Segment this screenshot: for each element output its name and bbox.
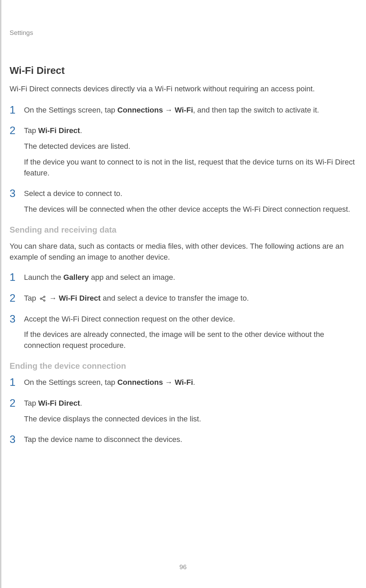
text-run: Launch the	[24, 273, 63, 282]
step-number: 1	[10, 272, 24, 283]
svg-point-0	[40, 298, 41, 299]
step-item: 1On the Settings screen, tap Connections…	[10, 377, 363, 388]
step-item: 2Tap Wi-Fi Direct.The detected devices a…	[10, 125, 363, 179]
step-item: 1Launch the Gallery app and select an im…	[10, 272, 363, 283]
step-body: Launch the Gallery app and select an ima…	[24, 272, 363, 283]
text-run: On the Settings screen, tap	[24, 106, 117, 114]
step-body: Tap Wi-Fi Direct.The device displays the…	[24, 398, 363, 424]
step-main-line: Tap Wi-Fi Direct.	[24, 398, 363, 409]
step-extra-line: The device displays the connected device…	[24, 414, 363, 424]
step-body: On the Settings screen, tap Connections …	[24, 377, 363, 388]
step-main-line: Select a device to connect to.	[24, 188, 363, 199]
bold-text: Wi-Fi Direct	[38, 399, 80, 407]
text-run: .	[193, 378, 195, 387]
step-body: Select a device to connect to.The device…	[24, 188, 363, 215]
step-extra-line: The devices will be connected when the o…	[24, 204, 363, 215]
step-main-line: Accept the Wi-Fi Direct connection reque…	[24, 314, 363, 325]
step-main-line: Tap → Wi-Fi Direct and select a device t…	[24, 293, 363, 304]
bold-text: Wi-Fi	[175, 106, 193, 114]
step-item: 2Tap Wi-Fi Direct.The device displays th…	[10, 398, 363, 424]
step-number: 2	[10, 398, 24, 409]
step-item: 1On the Settings screen, tap Connections…	[10, 105, 363, 116]
svg-point-1	[43, 296, 45, 298]
intro-text: Wi-Fi Direct connects devices directly v…	[10, 84, 363, 94]
step-main-line: On the Settings screen, tap Connections …	[24, 105, 363, 116]
text-run: Tap	[24, 294, 38, 302]
svg-line-4	[41, 299, 43, 300]
step-item: 2Tap → Wi-Fi Direct and select a device …	[10, 293, 363, 304]
header-label: Settings	[10, 29, 33, 37]
step-number: 1	[10, 105, 24, 116]
text-run: →	[163, 378, 175, 387]
svg-line-3	[41, 297, 43, 299]
step-number: 3	[10, 434, 24, 445]
step-body: Tap the device name to disconnect the de…	[24, 434, 363, 445]
step-item: 3Select a device to connect to.The devic…	[10, 188, 363, 215]
text-run: app and select an image.	[89, 273, 175, 282]
left-border	[0, 0, 1, 588]
text-run: Tap	[24, 126, 38, 135]
section2-steps: 1On the Settings screen, tap Connections…	[10, 377, 363, 445]
step-main-line: Launch the Gallery app and select an ima…	[24, 272, 363, 283]
step-item: 3Tap the device name to disconnect the d…	[10, 434, 363, 445]
bold-text: Connections	[117, 378, 163, 387]
step-number: 1	[10, 377, 24, 388]
text-run: and select a device to transfer the imag…	[101, 294, 249, 302]
svg-point-2	[43, 300, 45, 301]
step-number: 3	[10, 188, 24, 199]
text-run: On the Settings screen, tap	[24, 378, 117, 387]
text-run: Tap the device name to disconnect the de…	[24, 435, 182, 444]
section2-heading: Ending the device connection	[10, 361, 363, 371]
text-run: →	[163, 106, 175, 114]
bold-text: Wi-Fi Direct	[59, 294, 101, 302]
step-number: 2	[10, 293, 24, 304]
step-body: Tap → Wi-Fi Direct and select a device t…	[24, 293, 363, 304]
step-main-line: Tap the device name to disconnect the de…	[24, 434, 363, 445]
text-run: , and then tap the switch to activate it…	[193, 106, 319, 114]
bold-text: Gallery	[63, 273, 89, 282]
text-run: .	[80, 399, 82, 407]
step-extra-line: The detected devices are listed.	[24, 141, 363, 152]
section1-intro: You can share data, such as contacts or …	[10, 241, 363, 263]
step-main-line: Tap Wi-Fi Direct.	[24, 125, 363, 136]
bold-text: Wi-Fi	[175, 378, 193, 387]
step-body: Accept the Wi-Fi Direct connection reque…	[24, 314, 363, 351]
step-extra-line: If the device you want to connect to is …	[24, 157, 363, 179]
text-run: Tap	[24, 399, 38, 407]
bold-text: Wi-Fi Direct	[38, 126, 80, 135]
content-area: Wi-Fi Direct Wi-Fi Direct connects devic…	[10, 65, 363, 455]
step-number: 3	[10, 314, 24, 325]
main-title: Wi-Fi Direct	[10, 65, 363, 76]
text-run: →	[47, 294, 59, 302]
step-item: 3Accept the Wi-Fi Direct connection requ…	[10, 314, 363, 351]
step-body: Tap Wi-Fi Direct.The detected devices ar…	[24, 125, 363, 179]
page-number: 96	[0, 563, 366, 571]
step-main-line: On the Settings screen, tap Connections …	[24, 377, 363, 388]
section1-heading: Sending and receiving data	[10, 225, 363, 235]
text-run: Select a device to connect to.	[24, 189, 122, 198]
share-icon	[39, 295, 47, 302]
section1-steps: 1Launch the Gallery app and select an im…	[10, 272, 363, 351]
text-run: .	[80, 126, 82, 135]
step-extra-line: If the devices are already connected, th…	[24, 329, 363, 351]
text-run: Accept the Wi-Fi Direct connection reque…	[24, 315, 235, 323]
bold-text: Connections	[117, 106, 163, 114]
primary-steps: 1On the Settings screen, tap Connections…	[10, 105, 363, 215]
step-number: 2	[10, 125, 24, 136]
step-body: On the Settings screen, tap Connections …	[24, 105, 363, 116]
